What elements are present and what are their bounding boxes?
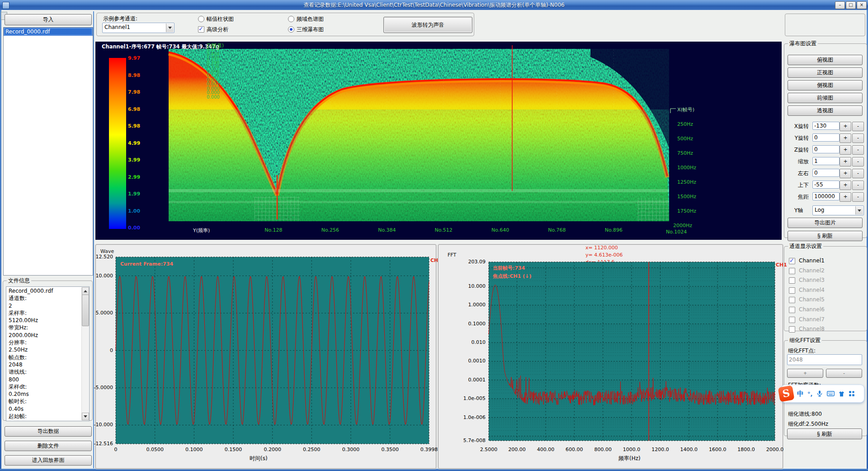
wave-plot-area[interactable] (96, 245, 436, 468)
channel-display-group: 通道显示设置 Channel1Channel2Channel3Channel4C… (784, 243, 867, 331)
waterfall-title: Channel1-序号:677 帧号:734 最大值:9.347g (102, 43, 219, 50)
view-button-2[interactable]: 正视图 (788, 67, 863, 78)
zoom-fft-refresh-button[interactable]: § 刷新 (787, 428, 862, 439)
app-window: 查看记录数据:E:\United Vsa\Client\CtrTest\Test… (0, 0, 868, 471)
increment-button[interactable]: + (840, 122, 851, 131)
decrement-button[interactable]: - (852, 181, 864, 190)
close-button[interactable]: × (857, 1, 867, 9)
channel-row[interactable]: Channel4 (784, 286, 867, 295)
fft-points-plus-button[interactable]: + (787, 369, 823, 378)
decrement-button[interactable]: - (852, 192, 864, 202)
fft-points-minus-button[interactable]: - (826, 369, 862, 378)
file-info-line: 2 (6, 302, 82, 309)
waterfall-refresh-button[interactable]: § 刷新 (788, 231, 863, 241)
fft-points-input[interactable] (787, 354, 862, 365)
channel-checkbox[interactable] (789, 287, 795, 294)
amplitude-bar-radio[interactable] (198, 16, 204, 22)
decrement-button[interactable]: - (852, 133, 864, 143)
chevron-down-icon[interactable] (166, 24, 174, 32)
minimize-button[interactable]: – (835, 1, 845, 9)
channel-checkbox[interactable] (789, 268, 795, 274)
channel-row[interactable]: Channel5 (784, 295, 867, 304)
chevron-down-icon[interactable] (855, 206, 863, 214)
channel-checkbox[interactable] (789, 307, 795, 313)
view-button-3[interactable]: 侧视图 (788, 80, 863, 90)
soft-keyboard-icon[interactable] (827, 390, 835, 397)
ime-toolbar[interactable]: S 中 °, (781, 385, 864, 403)
setting-input[interactable] (812, 145, 840, 153)
channel-checkbox[interactable] (789, 317, 795, 323)
frame-axis-label: X(帧号) (677, 106, 694, 113)
reference-channel-select[interactable]: Channel1 (102, 23, 175, 33)
increment-button[interactable]: + (840, 133, 851, 143)
sogou-logo-icon[interactable]: S (778, 385, 794, 402)
channel-row[interactable]: Channel1 (784, 257, 867, 266)
decrement-button[interactable]: - (852, 122, 864, 131)
wave-to-sound-button[interactable]: 波形转为声音 (383, 17, 472, 33)
chinese-mode-icon[interactable]: 中 (797, 390, 804, 398)
setting-label: 上下 (784, 181, 809, 189)
import-button[interactable]: 导入 (5, 14, 92, 25)
setting-input[interactable] (812, 192, 840, 200)
waterfall-3d-radio[interactable] (288, 26, 294, 33)
channel-row[interactable]: Channel8 (784, 325, 867, 334)
waterfall-panel: Channel1-序号:677 帧号:734 最大值:9.347g Z(幅值) … (95, 42, 782, 240)
enter-replay-button[interactable]: 进入回放界面 (5, 455, 92, 466)
setting-input[interactable] (812, 169, 840, 177)
file-info-scrollbar[interactable] (81, 287, 89, 420)
export-image-button[interactable]: 导出图片 (788, 218, 863, 228)
view-button-5[interactable]: 透视图 (788, 105, 863, 116)
channel-row[interactable]: Channel2 (784, 266, 867, 276)
channel-row[interactable]: Channel3 (784, 276, 867, 285)
fft-plot-area[interactable] (439, 245, 783, 468)
decrement-button[interactable]: - (852, 157, 864, 167)
y-axis-mode-select[interactable]: Log (812, 205, 864, 215)
view-button-1[interactable]: 俯视图 (788, 55, 863, 65)
file-info-box[interactable]: Record_0000.rdf通道数:2采样率:5120.00Hz带宽Hz:20… (6, 286, 90, 421)
setting-input[interactable] (812, 157, 840, 165)
fft-y-tick: 1.0e-005 (439, 395, 486, 401)
skin-icon[interactable] (838, 390, 845, 397)
fft-x-tick: 800.00 (590, 447, 617, 452)
setting-input[interactable] (812, 181, 840, 189)
setting-input[interactable] (812, 133, 840, 142)
decrement-button[interactable]: - (852, 145, 864, 155)
file-list[interactable]: Record_0000.rdf (3, 27, 93, 276)
view-button-4[interactable]: 前倾图 (788, 93, 863, 103)
increment-button[interactable]: + (840, 181, 851, 190)
setting-input[interactable] (812, 122, 840, 130)
fft-y-tick: 203.09 (439, 259, 486, 265)
scroll-up-button[interactable] (82, 287, 89, 295)
maximize-button[interactable]: □ (846, 1, 856, 9)
voice-input-icon[interactable] (816, 390, 823, 398)
channel-row[interactable]: Channel6 (784, 305, 867, 314)
wave-x-tick: 0.1500 (220, 447, 247, 452)
channel-label: Channel6 (799, 306, 825, 313)
punctuation-icon[interactable]: °, (807, 390, 812, 397)
scroll-down-button[interactable] (82, 413, 89, 420)
fft-y-tick: 1.0000 (439, 302, 486, 308)
channel-checkbox[interactable] (789, 326, 795, 333)
wave-panel: Wave Current Frame:734 CH1 12.52010.0005… (95, 244, 436, 469)
increment-button[interactable]: + (840, 192, 851, 202)
channel-checkbox[interactable] (789, 258, 795, 264)
file-item[interactable]: Record_0000.rdf (4, 28, 93, 36)
increment-button[interactable]: + (840, 169, 851, 178)
window-border-left (0, 10, 1, 471)
freq-colormap-radio[interactable] (288, 16, 294, 22)
decrement-button[interactable]: - (852, 169, 864, 178)
increment-button[interactable]: + (840, 145, 851, 155)
increment-button[interactable]: + (840, 157, 851, 167)
colorbar-tick: 3.99 (128, 157, 140, 163)
advanced-analysis-checkbox[interactable] (198, 26, 204, 33)
channel-checkbox[interactable] (789, 297, 795, 303)
colorbar (109, 58, 126, 229)
setting-label: 左右 (784, 170, 809, 177)
channel-row[interactable]: Channel7 (784, 315, 867, 324)
channel-checkbox[interactable] (789, 277, 795, 284)
waterfall-settings-title: 瀑布图设置 (788, 40, 818, 48)
toolbox-icon[interactable] (849, 390, 855, 397)
channel-label: Channel5 (799, 296, 825, 303)
colorbar-tick: 4.99 (128, 140, 140, 146)
title-bar[interactable]: 查看记录数据:E:\United Vsa\Client\CtrTest\Test… (0, 0, 868, 10)
